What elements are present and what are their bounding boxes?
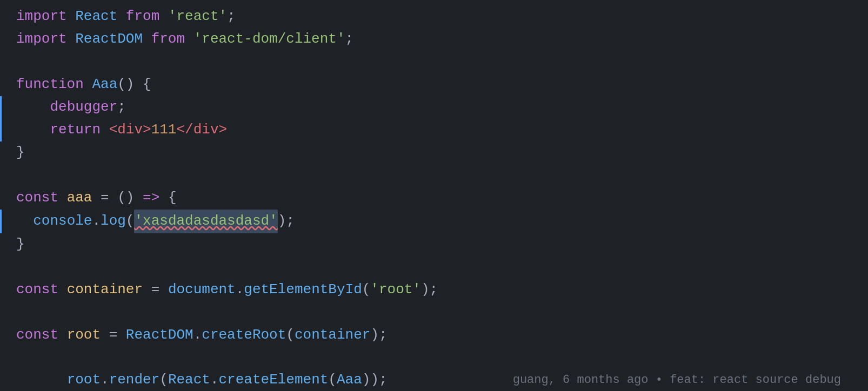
document-object: document bbox=[168, 279, 236, 301]
module-react: React bbox=[168, 372, 210, 388]
code-line: console.log('xasdadasdasdasd'); bbox=[0, 210, 868, 233]
string-highlighted: 'xasdadasdasdasd' bbox=[134, 210, 277, 233]
keyword-from: from bbox=[126, 5, 159, 28]
console-object: console bbox=[33, 210, 92, 233]
method-render: render bbox=[109, 372, 160, 388]
code-line: debugger; bbox=[0, 96, 868, 119]
code-line: return <div>111</div> bbox=[0, 119, 868, 141]
method-create-root: createRoot bbox=[202, 324, 286, 347]
string-literal: 'root' bbox=[370, 279, 421, 301]
function-name: Aaa bbox=[92, 73, 117, 96]
code-editor: import React from 'react'; import ReactD… bbox=[0, 0, 868, 391]
module-name: React bbox=[75, 5, 117, 28]
code-line: import ReactDOM from 'react-dom/client'; bbox=[0, 28, 868, 51]
code-line: } bbox=[0, 141, 868, 164]
variable-name: root bbox=[67, 324, 101, 347]
code-line-empty bbox=[0, 301, 868, 324]
keyword-from: from bbox=[151, 28, 185, 51]
module-name: ReactDOM bbox=[75, 28, 143, 51]
method-get-element-by-id: getElementById bbox=[244, 279, 362, 301]
code-line: } bbox=[0, 233, 868, 256]
keyword-const: const bbox=[16, 324, 67, 347]
jsx-tag-open: <div> bbox=[109, 119, 151, 141]
keyword-return: return bbox=[50, 119, 109, 141]
code-line: const aaa = () => { bbox=[0, 187, 868, 210]
module-name: ReactDOM bbox=[126, 324, 193, 347]
keyword-function: function bbox=[16, 73, 92, 96]
jsx-tag-close: </div> bbox=[176, 119, 227, 141]
string-literal: 'react-dom/client' bbox=[193, 28, 345, 51]
code-line: const root = ReactDOM.createRoot(contain… bbox=[0, 324, 868, 347]
string-literal: 'react' bbox=[168, 5, 227, 28]
variable-name: container bbox=[67, 279, 143, 301]
arrow-operator: => bbox=[143, 187, 159, 210]
git-blame: guang, 6 months ago • feat: react source… bbox=[513, 370, 852, 389]
variable-container: container bbox=[295, 324, 370, 347]
component-name: Aaa bbox=[337, 372, 362, 388]
variable-root: root bbox=[67, 372, 101, 388]
keyword-const: const bbox=[16, 187, 67, 210]
code-line-empty bbox=[0, 256, 868, 279]
code-line: import React from 'react'; bbox=[0, 5, 868, 28]
code-line: function Aaa() { bbox=[0, 73, 868, 96]
variable-name: aaa bbox=[67, 187, 92, 210]
number-literal: 111 bbox=[151, 119, 177, 141]
code-line: root.render(React.createElement(Aaa)); g… bbox=[0, 347, 868, 391]
code-line-empty bbox=[0, 51, 868, 73]
keyword-debugger: debugger bbox=[50, 96, 117, 119]
method-create-element: createElement bbox=[219, 372, 329, 388]
code-line-empty bbox=[0, 164, 868, 187]
keyword-import: import bbox=[16, 5, 75, 28]
keyword-import: import bbox=[16, 28, 75, 51]
keyword-const: const bbox=[16, 279, 67, 301]
code-line: const container = document.getElementByI… bbox=[0, 279, 868, 301]
method-log: log bbox=[101, 210, 126, 233]
